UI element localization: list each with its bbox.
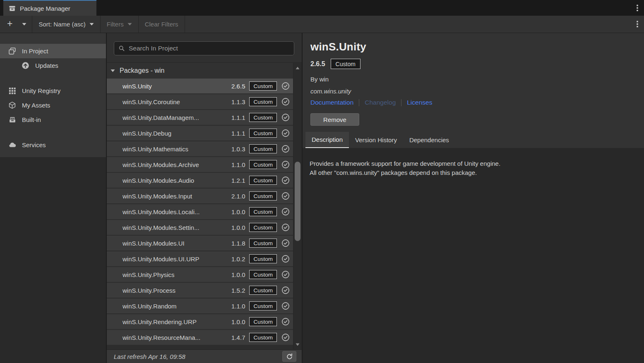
package-name: winS.Unity.Mathematics [123, 146, 228, 153]
search-section [107, 33, 302, 63]
package-id: com.wins.unity [310, 88, 644, 95]
package-row-wins-unity-modules-locali[interactable]: winS.Unity.Modules.Locali...1.0.0Custom [107, 204, 293, 219]
check-circle-icon [281, 270, 290, 279]
clear-filters-button[interactable]: Clear Filters [139, 16, 185, 33]
package-row-wins-unity-datamanagem[interactable]: winS.Unity.DataManagem...1.1.1Custom [107, 110, 293, 125]
link-documentation[interactable]: Documentation [310, 99, 353, 106]
custom-tag-badge: Custom [249, 301, 277, 310]
package-details-panel: winS.Unity 2.6.5 Custom By win com.wins.… [303, 33, 644, 363]
filters-dropdown-label: Filters [107, 21, 124, 28]
package-row-wins-unity-modules-archive[interactable]: winS.Unity.Modules.Archive1.1.0Custom [107, 157, 293, 172]
package-row-wins-unity-modules-audio[interactable]: winS.Unity.Modules.Audio1.2.1Custom [107, 173, 293, 188]
package-list-scrollbar[interactable] [293, 63, 302, 349]
sidebar-item-my-assets[interactable]: My Assets [0, 98, 106, 112]
description-content: Provides a framework support for game de… [303, 148, 644, 363]
sidebar-item-label: Unity Registry [22, 87, 60, 94]
refresh-button[interactable] [282, 351, 296, 362]
package-row-wins-unity-mathematics[interactable]: winS.Unity.Mathematics1.0.3Custom [107, 141, 293, 156]
toolbar-spacer [185, 16, 631, 33]
tab-version-history[interactable]: Version History [349, 132, 403, 148]
package-version: 1.0.0 [231, 318, 245, 325]
sidebar-item-in-project[interactable]: In Project [0, 44, 106, 58]
package-row-wins-unity-physics[interactable]: winS.Unity.Physics1.0.0Custom [107, 267, 293, 282]
scrollbar-thumb[interactable] [295, 162, 300, 241]
check-circle-icon [281, 333, 290, 342]
package-version: 1.1.1 [231, 130, 245, 137]
search-box [114, 41, 294, 55]
custom-tag-badge: Custom [249, 239, 277, 248]
check-circle-icon [281, 98, 290, 106]
sidebar-group-gap [0, 127, 106, 138]
check-circle-icon [281, 223, 290, 232]
add-package-button[interactable]: + [0, 16, 17, 33]
package-row-wins-unity-modules-ui[interactable]: winS.Unity.Modules.UI1.1.8Custom [107, 236, 293, 251]
package-name: winS.Unity.Process [123, 287, 228, 294]
title-bar: Package Manager [0, 0, 644, 16]
check-circle-icon [281, 318, 290, 326]
package-name: winS.Unity.Random [123, 303, 228, 310]
package-version: 1.1.3 [231, 98, 245, 105]
window-kebab-menu-icon[interactable] [631, 0, 644, 16]
check-circle-icon [281, 208, 290, 216]
tab-package-manager[interactable]: Package Manager [3, 0, 96, 16]
package-manager-window: Package Manager + Sort: Name (asc) Filte… [0, 0, 644, 363]
tab-description[interactable]: Description [305, 132, 349, 148]
sort-dropdown[interactable]: Sort: Name (asc) [32, 16, 100, 33]
sidebar-item-label: Services [22, 141, 46, 148]
package-name: winS.Unity.Modules.UI [123, 240, 228, 247]
link-changelog[interactable]: Changelog [365, 99, 396, 106]
package-row-wins-unity-rendering-urp[interactable]: winS.Unity.Rendering.URP1.0.0Custom [107, 314, 293, 329]
package-name: winS.Unity.Modules.Locali... [123, 208, 228, 215]
package-row-wins-unity-debug[interactable]: winS.Unity.Debug1.1.1Custom [107, 126, 293, 141]
check-circle-icon [281, 145, 290, 153]
search-input[interactable] [129, 45, 290, 52]
custom-tag-badge: Custom [249, 286, 277, 295]
link-separator [401, 99, 401, 106]
package-row-wins-unity-random[interactable]: winS.Unity.Random1.1.0Custom [107, 299, 293, 313]
custom-tag-badge: Custom [249, 81, 277, 91]
sidebar-item-unity-registry[interactable]: Unity Registry [0, 84, 106, 98]
add-package-dropdown-icon[interactable] [17, 16, 32, 33]
package-version: 1.0.3 [231, 146, 245, 153]
version-row: 2.6.5 Custom [310, 59, 644, 69]
package-row-wins-unity-coroutine[interactable]: winS.Unity.Coroutine1.1.3Custom [107, 94, 293, 109]
link-licenses[interactable]: Licenses [407, 99, 432, 106]
package-name: winS.Unity.DataManagem... [123, 114, 228, 121]
package-row-wins-unity-modules-ui-urp[interactable]: winS.Unity.Modules.UI.URP1.0.2Custom [107, 251, 293, 266]
refresh-icon [286, 353, 293, 360]
check-circle-icon [281, 192, 290, 200]
package-version: 1.4.7 [231, 334, 245, 341]
tab-dependencies[interactable]: Dependencies [403, 132, 455, 148]
package-name: winS.Unity.Modules.Audio [123, 177, 228, 184]
package-row-wins-unity-modules-input[interactable]: winS.Unity.Modules.Input2.1.0Custom [107, 189, 293, 203]
package-row-wins-unity-resourcemana[interactable]: winS.Unity.ResourceMana...1.4.7Custom [107, 330, 293, 345]
remove-button[interactable]: Remove [310, 113, 359, 126]
sidebar-item-updates[interactable]: Updates [0, 58, 106, 73]
package-row-wins-unity-process[interactable]: winS.Unity.Process1.5.2Custom [107, 283, 293, 298]
sidebar-item-label: In Project [22, 48, 48, 55]
link-separator [359, 99, 359, 106]
package-group-label: Packages - win [120, 67, 165, 74]
package-row-wins-unity[interactable]: winS.Unity2.6.5Custom [107, 79, 293, 93]
sidebar-item-services[interactable]: Services [0, 138, 106, 152]
services-icon [8, 141, 16, 149]
package-version: 1.1.1 [231, 114, 245, 121]
custom-tag-badge: Custom [249, 129, 277, 138]
sidebar-item-built-in[interactable]: Built-in [0, 112, 106, 127]
package-name: winS.Unity.Modules.Input [123, 193, 228, 200]
links-row: DocumentationChangelogLicenses [310, 99, 644, 106]
sidebar-item-label: Updates [35, 62, 58, 69]
scrollbar-down-arrow-icon[interactable] [293, 341, 302, 348]
package-list: Packages - win winS.Unity2.6.5CustomwinS… [107, 63, 293, 349]
description-line: Provides a framework support for game de… [310, 159, 636, 168]
package-version: 1.0.0 [231, 271, 245, 278]
details-header: winS.Unity 2.6.5 Custom By win com.wins.… [303, 33, 644, 148]
package-row-wins-unity-modules-settin[interactable]: winS.Unity.Modules.Settin...1.0.0Custom [107, 220, 293, 235]
package-group-header[interactable]: Packages - win [107, 63, 293, 79]
toolbar-kebab-menu-icon[interactable] [631, 16, 644, 33]
package-author: By win [310, 76, 644, 83]
filters-dropdown[interactable]: Filters [101, 16, 138, 33]
sidebar-item-label: Built-in [22, 116, 41, 123]
package-list-panel: Packages - win winS.Unity2.6.5CustomwinS… [107, 33, 303, 363]
scrollbar-up-arrow-icon[interactable] [293, 64, 302, 71]
